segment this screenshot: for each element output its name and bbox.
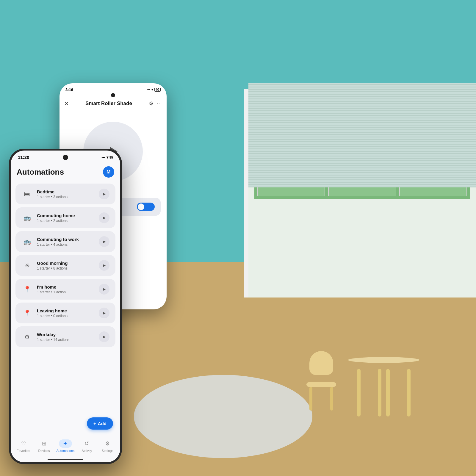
bedtime-play-btn[interactable]: ▶: [99, 189, 109, 199]
add-button[interactable]: + Add: [87, 417, 113, 430]
nav-item-activity[interactable]: ↺ Activity: [79, 439, 95, 452]
phone-front: 11:20 ▪▪▪ ▾ 95 Automations M 🛏: [9, 149, 122, 464]
phones-container: 3:16 ▪▪▪ ▾ 4G ✕ Smart Roller Shade ⚙ ⋯: [9, 83, 193, 464]
chair-leg-1: [309, 387, 312, 411]
front-status-icons: ▪▪▪ ▾ 95: [101, 155, 113, 159]
room-table: [345, 357, 422, 416]
commuting-work-play-btn[interactable]: ▶: [99, 236, 109, 247]
nav-item-devices[interactable]: ⊞ Devices: [36, 439, 52, 452]
back-app-header: ✕ Smart Roller Shade ⚙ ⋯: [60, 97, 167, 110]
commuting-home-icon: 🚌: [21, 212, 33, 223]
nav-label-devices: Devices: [38, 449, 50, 452]
leaving-home-icon: 📍: [21, 307, 33, 319]
devices-icon: ⊞: [37, 439, 51, 448]
bedtime-icon: 🛏: [21, 188, 33, 200]
favorites-icon: ♡: [17, 439, 30, 448]
leaving-home-play-btn[interactable]: ▶: [99, 308, 109, 318]
automation-item-bedtime[interactable]: 🛏 Bedtime 1 starter • 3 actions ▶: [15, 184, 115, 204]
automation-item-im-home[interactable]: 📍 I'm home 1 starter • 1 action ▶: [15, 279, 115, 300]
chair-leg-2: [330, 387, 333, 411]
back-more-icon[interactable]: ⋯: [156, 100, 162, 107]
back-app-title: Smart Roller Shade: [85, 101, 132, 107]
avatar-letter: M: [107, 169, 110, 175]
leaving-home-subtitle: 1 starter • 0 actions: [37, 314, 95, 318]
front-time: 11:20: [18, 155, 29, 160]
screen-title: Automations: [17, 167, 64, 177]
chair-seat: [306, 382, 336, 387]
toggle-knob: [138, 203, 144, 210]
automation-item-good-morning[interactable]: ✳ Good morning 1 starter • 8 actions ▶: [15, 255, 115, 276]
table-top: [348, 357, 419, 363]
workday-play-btn[interactable]: ▶: [99, 331, 109, 342]
nav-item-settings[interactable]: ⚙ Settings: [99, 439, 116, 452]
good-morning-name: Good morning: [37, 261, 95, 266]
automation-item-workday[interactable]: ⚙ Workday 1 starter • 14 actions ▶: [15, 326, 115, 347]
activity-icon: ↺: [80, 439, 93, 448]
back-close-icon[interactable]: ✕: [64, 100, 69, 107]
nav-label-settings: Settings: [101, 449, 113, 452]
nav-label-activity: Activity: [82, 449, 92, 452]
phone-front-screen: 11:20 ▪▪▪ ▾ 95 Automations M 🛏: [11, 151, 120, 462]
back-header-icons: ⚙ ⋯: [149, 100, 162, 107]
bedtime-name: Bedtime: [37, 189, 95, 194]
nav-label-favorites: Favorites: [17, 449, 30, 452]
back-camera-notch: [111, 93, 115, 97]
roller-shade: [248, 83, 476, 187]
front-camera: [63, 155, 68, 160]
table-leg-3: [407, 369, 411, 416]
back-status-bar: 3:16 ▪▪▪ ▾ 4G: [60, 83, 167, 94]
commuting-home-play-btn[interactable]: ▶: [99, 212, 109, 223]
bottom-nav: ♡ Favorites ⊞ Devices ✦ Automations ↺ Ac…: [11, 434, 120, 462]
table-leg-4: [386, 369, 390, 416]
settings-icon: ⚙: [101, 439, 114, 448]
leaving-home-name: Leaving home: [37, 308, 95, 313]
leaving-home-info: Leaving home 1 starter • 0 actions: [37, 308, 95, 318]
bedtime-subtitle: 1 starter • 3 actions: [37, 195, 95, 199]
commuting-work-name: Commuting to work: [37, 237, 95, 242]
front-status-bar: 11:20 ▪▪▪ ▾ 95: [11, 151, 120, 162]
add-label: Add: [98, 421, 107, 426]
nav-item-automations[interactable]: ✦ Automations: [56, 439, 74, 452]
room-chair: [303, 351, 339, 411]
back-settings-icon[interactable]: ⚙: [149, 100, 154, 107]
bedtime-info: Bedtime 1 starter • 3 actions: [37, 189, 95, 199]
automation-item-leaving-home[interactable]: 📍 Leaving home 1 starter • 0 actions ▶: [15, 303, 115, 323]
workday-name: Workday: [37, 332, 95, 337]
im-home-icon: 📍: [21, 284, 33, 295]
im-home-subtitle: 1 starter • 1 action: [37, 290, 95, 294]
im-home-play-btn[interactable]: ▶: [99, 284, 109, 295]
window-frame: [244, 89, 476, 298]
back-time: 3:16: [65, 87, 73, 92]
automation-item-commuting-home[interactable]: 🚌 Commuting home 1 starter • 2 actions ▶: [15, 207, 115, 228]
front-battery-icon: 95: [109, 156, 113, 159]
automations-icon: ✦: [59, 439, 72, 448]
im-home-info: I'm home 1 starter • 1 action: [37, 284, 95, 294]
commuting-work-icon: 🚌: [21, 236, 33, 247]
im-home-name: I'm home: [37, 284, 95, 289]
toggle-switch[interactable]: [137, 203, 155, 211]
commuting-work-info: Commuting to work 1 starter • 4 actions: [37, 237, 95, 247]
table-leg-1: [357, 369, 361, 416]
good-morning-info: Good morning 1 starter • 8 actions: [37, 261, 95, 270]
signal-icon: ▪▪▪: [147, 88, 150, 92]
user-avatar[interactable]: M: [103, 166, 114, 178]
battery-icon: 4G: [154, 88, 161, 92]
good-morning-subtitle: 1 starter • 8 actions: [37, 266, 95, 270]
good-morning-icon: ✳: [21, 260, 33, 271]
commuting-work-subtitle: 1 starter • 4 actions: [37, 242, 95, 247]
front-signal-icon: ▪▪▪: [101, 155, 105, 159]
commuting-home-info: Commuting home 1 starter • 2 actions: [37, 213, 95, 223]
front-wifi-icon: ▾: [107, 155, 108, 159]
home-indicator: [48, 459, 83, 460]
commuting-home-subtitle: 1 starter • 2 actions: [37, 219, 95, 223]
automation-item-commuting-work[interactable]: 🚌 Commuting to work 1 starter • 4 action…: [15, 231, 115, 252]
workday-icon: ⚙: [21, 331, 33, 342]
wifi-icon: ▾: [151, 88, 153, 92]
nav-label-automations: Automations: [56, 449, 74, 452]
good-morning-play-btn[interactable]: ▶: [99, 260, 109, 271]
commuting-home-name: Commuting home: [37, 213, 95, 218]
nav-item-favorites[interactable]: ♡ Favorites: [15, 439, 32, 452]
automation-list: 🛏 Bedtime 1 starter • 3 actions ▶ 🚌 Comm…: [15, 184, 115, 347]
add-icon: +: [93, 421, 96, 426]
workday-info: Workday 1 starter • 14 actions: [37, 332, 95, 342]
